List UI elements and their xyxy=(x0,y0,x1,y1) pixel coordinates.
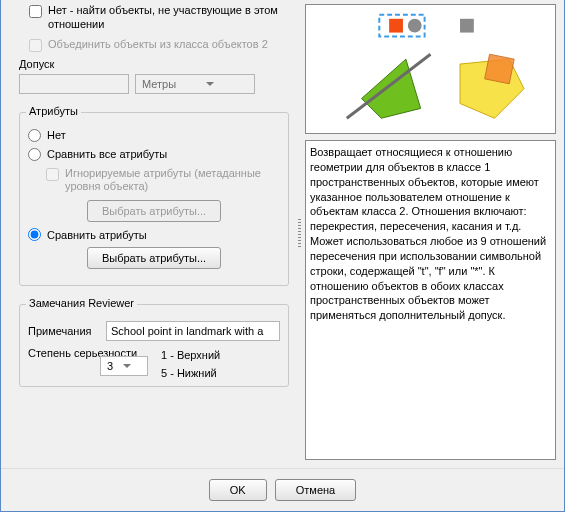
not-find-label: Нет - найти объекты, не участвующие в эт… xyxy=(48,4,289,32)
splitter-grip-icon xyxy=(298,219,301,249)
grey-circle-icon xyxy=(408,19,422,33)
select-attrs-disabled-wrap: Выбрать атрибуты... xyxy=(28,200,280,222)
reviewer-group-title: Замечания Reviewer xyxy=(26,297,137,309)
tolerance-units-value: Метры xyxy=(142,78,176,90)
tolerance-input xyxy=(19,74,129,94)
notes-label: Примечания xyxy=(28,325,100,337)
notes-input[interactable] xyxy=(106,321,280,341)
dialog-footer: OK Отмена xyxy=(1,468,564,510)
radio-compare-all-row[interactable]: Сравнить все атрибуты xyxy=(28,148,280,161)
merge-checkbox-row: Объединить объекты из класса объектов 2 xyxy=(29,38,289,52)
radio-compare-all-label: Сравнить все атрибуты xyxy=(47,148,167,160)
radio-compare-sel[interactable] xyxy=(28,228,41,241)
grey-square-icon xyxy=(460,19,474,33)
tolerance-label: Допуск xyxy=(19,58,289,70)
select-attributes-button-disabled: Выбрать атрибуты... xyxy=(87,200,221,222)
dialog-window: Нет - найти объекты, не участвующие в эт… xyxy=(0,0,565,512)
select-attributes-button[interactable]: Выбрать атрибуты... xyxy=(87,247,221,269)
chevron-down-icon xyxy=(123,364,131,368)
ok-button[interactable]: OK xyxy=(209,479,267,501)
radio-none-label: Нет xyxy=(47,129,66,141)
cancel-button[interactable]: Отмена xyxy=(275,479,356,501)
not-find-checkbox-row[interactable]: Нет - найти объекты, не участвующие в эт… xyxy=(29,4,289,32)
dialog-content: Нет - найти объекты, не участвующие в эт… xyxy=(1,0,564,468)
attributes-group: Атрибуты Нет Сравнить все атрибуты Игнор… xyxy=(19,112,289,287)
tolerance-units-combo[interactable]: Метры xyxy=(135,74,255,94)
radio-compare-sel-row[interactable]: Сравнить атрибуты xyxy=(28,228,280,241)
severity-combo[interactable]: 3 xyxy=(100,356,148,376)
red-square-icon xyxy=(389,19,403,33)
left-pane: Нет - найти объекты, не участвующие в эт… xyxy=(1,0,297,468)
ignored-attrs-label: Игнорируемые атрибуты (метаданные уровня… xyxy=(65,167,280,195)
description-text: Возвращает относящиеся к отношению геоме… xyxy=(305,140,556,460)
severity-scale: 1 - Верхний 5 - Нижний xyxy=(161,347,220,382)
orange-polygon-icon xyxy=(485,54,515,84)
not-find-checkbox[interactable] xyxy=(29,5,42,18)
splitter[interactable] xyxy=(297,0,303,468)
ignored-attrs-row: Игнорируемые атрибуты (метаданные уровня… xyxy=(46,167,280,195)
severity-value: 3 xyxy=(107,360,113,372)
notes-row: Примечания xyxy=(28,321,280,341)
illustration xyxy=(305,4,556,134)
radio-none-row[interactable]: Нет xyxy=(28,129,280,142)
radio-compare-all[interactable] xyxy=(28,148,41,161)
select-attrs-wrap: Выбрать атрибуты... xyxy=(28,247,280,269)
merge-checkbox xyxy=(29,39,42,52)
tolerance-row: Метры xyxy=(19,74,289,94)
right-pane: Возвращает относящиеся к отношению геоме… xyxy=(303,0,564,468)
ignored-attrs-checkbox xyxy=(46,168,59,181)
radio-none[interactable] xyxy=(28,129,41,142)
attributes-group-title: Атрибуты xyxy=(26,105,81,117)
chevron-down-icon xyxy=(206,82,214,86)
radio-compare-sel-label: Сравнить атрибуты xyxy=(47,229,147,241)
reviewer-group: Замечания Reviewer Примечания Степень се… xyxy=(19,304,289,387)
severity-top: 1 - Верхний xyxy=(161,347,220,365)
merge-label: Объединить объекты из класса объектов 2 xyxy=(48,38,268,52)
severity-bottom: 5 - Нижний xyxy=(161,365,220,383)
